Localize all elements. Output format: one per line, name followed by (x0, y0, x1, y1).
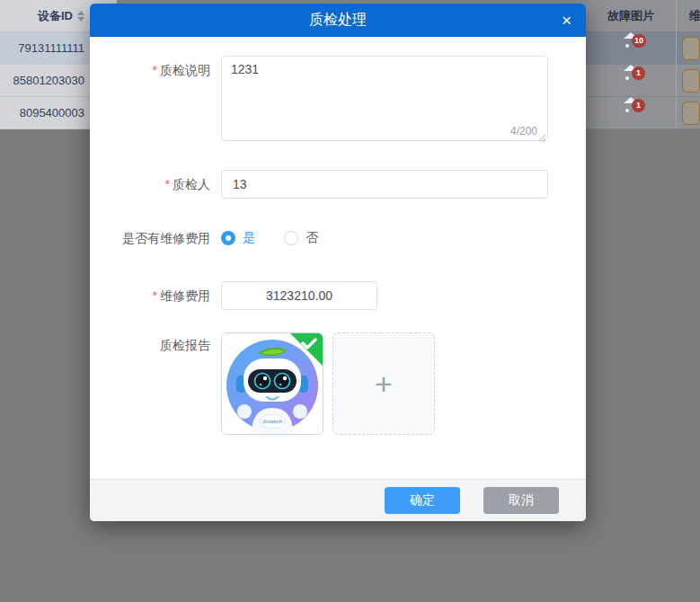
picture-icon: 1 (623, 73, 639, 89)
dialog-title: 质检处理 (309, 11, 367, 30)
char-counter: 4/200 (510, 125, 537, 137)
has-repair-cost-label: 是否有维修费用 (90, 229, 221, 247)
action-cell (676, 97, 700, 129)
screen: 设备ID 故障图片 维 79131111111 10 (0, 0, 700, 602)
fault-picture-cell: 10 (586, 32, 676, 65)
inspection-note-row: *质检说明 1231 4/200 (90, 56, 586, 145)
dialog-header: 质检处理 × (90, 4, 586, 37)
picture-count-badge: 1 (632, 66, 645, 80)
radio-no-dot (284, 231, 298, 245)
partial-header-label: 维 (677, 8, 700, 24)
fault-picture-cell: 1 (586, 97, 676, 129)
radio-no-label: 否 (306, 230, 318, 246)
inspection-report-label: 质检报告 (90, 332, 221, 354)
repair-cost-radio-group: 是 否 (221, 229, 318, 247)
required-mark: * (153, 63, 157, 77)
column-header-fault-pictures: 故障图片 (586, 0, 676, 32)
inspector-label: *质检人 (90, 170, 221, 199)
action-button-partial (682, 102, 700, 125)
radio-yes-dot (221, 231, 235, 245)
device-id-header-label: 设备ID (38, 8, 73, 24)
action-button-partial (682, 37, 700, 60)
fault-pictures-header-label: 故障图片 (607, 8, 654, 24)
dialog-footer: 确定 取消 (90, 479, 586, 521)
confirm-button[interactable]: 确定 (385, 487, 460, 514)
repair-cost-row: *维修费用 (90, 281, 586, 310)
radio-no[interactable]: 否 (284, 230, 318, 246)
dialog-body: *质检说明 1231 4/200 *质检人 是否有维修费用 (90, 37, 586, 479)
fault-picture-cell: 1 (586, 65, 676, 97)
has-repair-cost-row: 是否有维修费用 是 否 (90, 229, 586, 247)
radio-yes[interactable]: 是 (221, 230, 255, 246)
required-mark: * (165, 177, 170, 191)
picture-count-badge: 1 (632, 99, 645, 112)
robot-brand-text: Jointech (261, 419, 283, 424)
inspector-input[interactable] (221, 170, 548, 199)
repair-cost-label: *维修费用 (90, 281, 221, 310)
quality-inspection-dialog: 质检处理 × *质检说明 1231 4/200 *质检 (90, 4, 586, 521)
action-button-partial (682, 69, 700, 93)
inspector-row: *质检人 (90, 170, 586, 199)
inspection-note-label: *质检说明 (90, 56, 221, 84)
required-mark: * (153, 288, 157, 303)
action-cell (676, 32, 700, 65)
plus-icon: + (375, 368, 393, 399)
resize-handle-icon[interactable] (537, 133, 546, 142)
picture-count-badge: 10 (632, 34, 646, 48)
robot-avatar-image: Jointech (222, 333, 323, 434)
uploaded-report-image[interactable]: Jointech (221, 332, 323, 435)
cancel-button[interactable]: 取消 (483, 487, 559, 514)
repair-cost-input[interactable] (221, 281, 377, 310)
upload-tiles: Jointech + (221, 332, 435, 435)
picture-icon: 1 (623, 105, 639, 121)
inspection-report-row: 质检报告 (90, 332, 586, 435)
inspection-note-wrap: 1231 4/200 (221, 56, 548, 145)
column-header-partial: 维 (676, 0, 700, 32)
inspection-note-textarea[interactable]: 1231 (221, 56, 548, 141)
upload-add-button[interactable]: + (332, 332, 435, 435)
radio-yes-label: 是 (243, 230, 255, 246)
close-icon[interactable]: × (562, 4, 572, 37)
picture-icon: 10 (623, 40, 639, 57)
sort-icon (77, 11, 84, 22)
action-cell (676, 65, 700, 97)
